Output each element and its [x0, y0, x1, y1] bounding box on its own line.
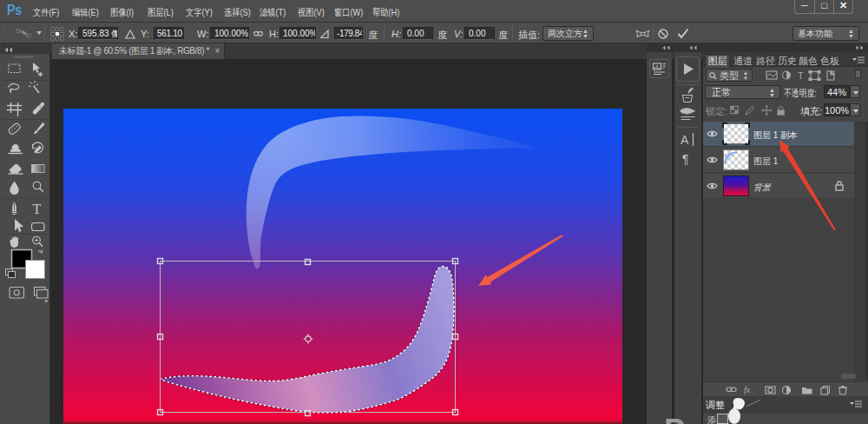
svg-text:A: A [681, 133, 689, 147]
svg-text:fx: fx [744, 385, 751, 394]
svg-text:T: T [33, 202, 42, 216]
svg-text:¶: ¶ [682, 152, 689, 166]
svg-text:T: T [798, 70, 804, 81]
